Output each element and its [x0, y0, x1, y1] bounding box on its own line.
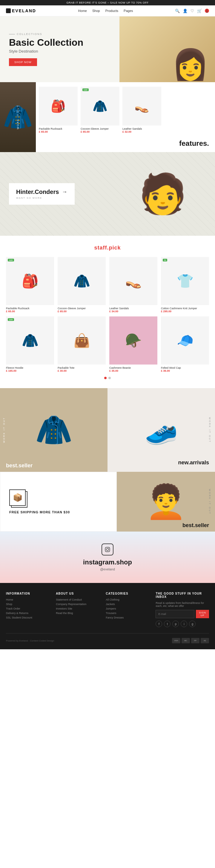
staff-product-4[interactable]: sale🧥 Fleece Hoodie £ 165.00 — [6, 316, 54, 372]
payment-pp: PP — [191, 638, 199, 643]
product-card-jumper[interactable]: sale 🧥 Cocoon-Sleeve Jumper £ 65.00 — [81, 87, 119, 133]
cart-icon[interactable]: 🛒 — [197, 9, 202, 13]
nav-home[interactable]: Home — [78, 9, 87, 12]
footer-link-investors[interactable]: Investors Site — [56, 607, 100, 610]
newsletter-signup-button[interactable]: SIGN UP — [196, 610, 209, 618]
footer-link-representation[interactable]: Company Representation — [56, 603, 100, 606]
staff-pick-title: staff.pick — [6, 245, 209, 251]
staff-product-img-3: 4k👕 — [161, 257, 209, 305]
user-icon[interactable]: 👤 — [183, 9, 187, 13]
footer-link-student[interactable]: SSL Student Discount — [6, 616, 50, 619]
nav-pages[interactable]: Pages — [124, 9, 133, 12]
staff-product-3[interactable]: 4k👕 Cotton Cashmere Knit Jumper £ 295.00 — [161, 257, 209, 313]
footer-newsletter-form: SIGN UP — [156, 610, 209, 618]
staff-product-name-0: Packable Rucksack — [6, 307, 54, 310]
product-image-sandals: 👡 — [122, 87, 161, 125]
social-facebook[interactable]: f — [156, 621, 162, 627]
new-arrivals-section: WORK IT OUT best.seller WORK IT OUT new.… — [0, 388, 215, 472]
shipping-left-panel: 📦 FREE SHIPPING MORE THAN $30 — [0, 472, 117, 532]
dot-2[interactable] — [109, 377, 111, 379]
hinter-brand: Hinter.Conders → — [16, 189, 67, 195]
newsletter-email-input[interactable] — [156, 610, 194, 618]
instagram-handle: @eveland — [6, 567, 209, 571]
navbar-logo[interactable]: EVELAND — [6, 8, 36, 13]
staff-product-0[interactable]: sale🎒 Packable Rucksack £ 65.00 — [6, 257, 54, 313]
shipping-work-label: WORK IT OUT — [208, 489, 211, 515]
footer-newsletter-desc: Read & updates from fashion&fitness for … — [156, 601, 209, 608]
instagram-title: instagram.shop — [6, 558, 209, 566]
heart-icon[interactable]: ♡ — [190, 9, 194, 13]
footer-link-jackets[interactable]: Jackets — [106, 603, 150, 606]
best-seller-right-label: best.seller — [182, 522, 209, 529]
product-price: £ 65.00 — [39, 130, 78, 133]
nav-shop[interactable]: Shop — [92, 9, 100, 12]
footer-link-home[interactable]: Home — [6, 598, 50, 601]
product-card-rucksack[interactable]: 🎒 Packable Rucksack £ 65.00 — [39, 87, 78, 133]
shipping-box-wrapper: 📦 — [9, 489, 26, 506]
footer-link-conduct[interactable]: Statement of Conduct — [56, 598, 100, 601]
staff-product-6[interactable]: 🪖 Cashmere Beanie £ 35.00 — [109, 316, 157, 372]
product-card-sandals[interactable]: 👡 Leather Sandals £ 32.00 — [122, 87, 161, 133]
staff-product-name-3: Cotton Cashmere Knit Jumper — [161, 307, 209, 310]
svg-point-1 — [106, 548, 109, 551]
footer-about-title: ABOUT US — [56, 592, 100, 595]
sale-badge: sale — [83, 88, 89, 91]
sale-badge-4: sale — [8, 318, 14, 321]
features-label-container: features. — [39, 139, 212, 148]
footer-link-blog[interactable]: Read the Blog — [56, 612, 100, 615]
work-it-out-left: WORK IT OUT — [3, 417, 5, 443]
footer-link-delivery[interactable]: Delivery & Returns — [6, 612, 50, 615]
footer-link-clothing[interactable]: All Clothing — [106, 598, 150, 601]
dot-1[interactable] — [104, 377, 106, 379]
navbar-icons: 🔍 👤 ♡ 🛒 1 — [175, 9, 209, 13]
staff-product-img-7: 🧢 — [161, 316, 209, 365]
work-it-out-right: WORK IT OUT — [208, 417, 211, 443]
staff-product-name-4: Fleece Hoodie — [6, 366, 54, 369]
footer-link-track[interactable]: Track Order — [6, 607, 50, 610]
hero-content: COLLECTIONS Basic Collection Style Desti… — [0, 24, 215, 75]
staff-product-price-4: £ 165.00 — [6, 369, 54, 372]
hinter-subtitle: WANT SO MORE — [16, 196, 67, 199]
product-image-rucksack: 🎒 — [39, 87, 78, 125]
featured-section: WORK IT OUT 🎒 Packable Rucksack £ 65.00 … — [0, 82, 215, 152]
staff-product-img-0: sale🎒 — [6, 257, 54, 305]
footer-newsletter: The good stuff in your inbox Read & upda… — [156, 592, 209, 627]
featured-right: 🎒 Packable Rucksack £ 65.00 sale 🧥 Cocoo… — [36, 82, 215, 152]
footer-link-shop[interactable]: Shop — [6, 603, 50, 606]
best-seller-left-panel: WORK IT OUT best.seller — [0, 388, 108, 472]
social-twitter[interactable]: t — [164, 621, 171, 627]
staff-product-img-2: 👡 — [109, 257, 157, 305]
instagram-section: instagram.shop @eveland — [0, 532, 215, 583]
footer-link-jumpers[interactable]: Jumpers — [106, 607, 150, 610]
navbar: EVELAND Home Shop Products Pages 🔍 👤 ♡ 🛒… — [0, 5, 215, 17]
staff-product-2[interactable]: 👡 Leather Sandals £ 34.00 — [109, 257, 157, 313]
social-pinterest[interactable]: p — [172, 621, 179, 627]
payment-visa: VISA — [172, 638, 180, 643]
footer-grid: INFORMATION Home Shop Track Order Delive… — [6, 592, 209, 627]
shipping-right-panel: WORK IT OUT best.seller — [117, 472, 215, 532]
hinter-box: Hinter.Conders → WANT SO MORE — [9, 183, 75, 205]
staff-pick-grid: sale🎒 Packable Rucksack £ 65.00 🧥 Cocoon… — [6, 257, 209, 372]
shop-now-button[interactable]: SHOP NOW — [9, 58, 37, 66]
footer-link-trousers[interactable]: Trousers — [106, 612, 150, 615]
footer-info-title: INFORMATION — [6, 592, 50, 595]
staff-product-7[interactable]: 🧢 Felted Wool Cap £ 36.00 — [161, 316, 209, 372]
footer-newsletter-title: The good stuff in your inbox — [156, 592, 209, 598]
staff-product-5[interactable]: 👜 Packable Tote £ 30.00 — [58, 316, 106, 372]
footer-categories-title: CATEGORIES — [106, 592, 150, 595]
new-arrivals-label: new.arrivals — [178, 460, 209, 466]
nav-products[interactable]: Products — [105, 9, 118, 12]
top-bar-text: GRAB IT BEFORE IT'S GONE – SALE NOW UP T… — [66, 1, 148, 4]
staff-product-name-7: Felted Wool Cap — [161, 366, 209, 369]
social-google[interactable]: g — [189, 621, 195, 627]
staff-product-name-1: Cocoon-Sleeve Jumper — [58, 307, 106, 310]
staff-product-1[interactable]: 🧥 Cocoon-Sleeve Jumper £ 65.00 — [58, 257, 106, 313]
search-icon[interactable]: 🔍 — [175, 9, 180, 13]
cart-badge: 1 — [205, 9, 209, 13]
instagram-icon[interactable] — [101, 544, 114, 555]
footer-link-dresses[interactable]: Fancy Dresses — [106, 616, 150, 619]
top-bar: GRAB IT BEFORE IT'S GONE – SALE NOW UP T… — [0, 0, 215, 5]
logo-text: EVELAND — [12, 8, 36, 13]
new-arrivals-right-panel: WORK IT OUT new.arrivals — [108, 388, 215, 472]
social-instagram[interactable]: i — [181, 621, 187, 627]
